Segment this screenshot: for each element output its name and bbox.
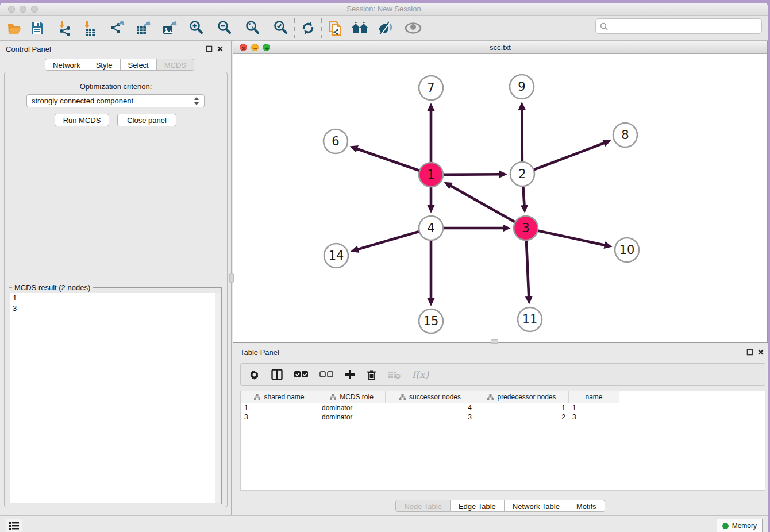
home-networks-icon[interactable] [351, 18, 370, 38]
graph-edge-3-11[interactable] [526, 239, 529, 298]
run-mcds-button[interactable]: Run MCDS [55, 114, 109, 126]
graph-edge-2-3[interactable] [523, 185, 524, 207]
column-header-label: predecessor nodes [497, 393, 556, 401]
control-panel-title: Control Panel [6, 45, 51, 53]
refresh-layout-icon[interactable] [298, 18, 318, 38]
close-panel-button[interactable]: Close panel [117, 114, 176, 126]
window-titlebar: Session: New Session [0, 3, 768, 16]
edge-arrowhead [428, 205, 435, 213]
tab-mcds[interactable]: MCDS [157, 59, 194, 71]
optimization-criterion-label: Optimization criterion: [5, 82, 227, 91]
column-header-successor-nodes[interactable]: successor nodes [386, 391, 475, 403]
column-hierarchy-icon [330, 394, 336, 400]
control-panel: Control Panel NetworkStyleSelectMCDS Opt… [0, 41, 232, 515]
delete-column-icon[interactable] [367, 369, 376, 380]
column-header-label: MCDS role [340, 393, 374, 401]
criterion-value: strongly connected component [32, 97, 194, 105]
settings-gear-icon[interactable] [249, 369, 260, 380]
edge-arrowhead [604, 241, 613, 249]
copy-network-icon[interactable] [325, 18, 345, 38]
graph-edge-4-14[interactable] [357, 231, 421, 249]
edge-arrowhead [499, 171, 507, 178]
run-mcds-label: Run MCDS [63, 116, 101, 125]
table-row[interactable]: 3dominator323 [241, 413, 765, 422]
import-network-icon[interactable] [55, 18, 74, 38]
column-header-predecessor-nodes[interactable]: predecessor nodes [475, 391, 569, 403]
column-header-name[interactable]: name [569, 391, 619, 403]
node-label-11: 11 [522, 313, 538, 326]
import-table-icon[interactable] [80, 18, 99, 38]
table-panel: Table Panel f(x) [233, 343, 768, 515]
tab-network[interactable]: Network [45, 59, 88, 71]
column-hierarchy-icon [399, 394, 406, 400]
deselect-all-checkboxes-icon[interactable] [319, 371, 333, 378]
toolbar-separator [294, 18, 295, 38]
zoom-out-icon[interactable] [215, 18, 234, 38]
tab-motifs[interactable]: Motifs [568, 500, 605, 512]
close-panel-icon[interactable] [217, 45, 224, 52]
save-icon[interactable] [28, 18, 47, 38]
search-input[interactable] [611, 21, 761, 32]
add-column-icon[interactable] [345, 369, 355, 380]
node-label-6: 6 [332, 134, 339, 148]
status-bar: Memory [0, 515, 768, 532]
memory-button[interactable]: Memory [717, 519, 763, 532]
window-title: Session: New Session [0, 5, 768, 13]
mcds-panel: Optimization criterion: strongly connect… [4, 72, 228, 507]
column-header-MCDS-role[interactable]: MCDS role [318, 391, 386, 403]
node-label-10: 10 [619, 243, 635, 257]
export-network-icon[interactable] [107, 18, 126, 38]
table-row[interactable]: 1dominator411 [241, 403, 765, 413]
result-scrollbar[interactable] [215, 293, 221, 503]
criterion-dropdown[interactable]: strongly connected component [26, 94, 205, 107]
panel-splitter-handle[interactable] [229, 273, 234, 283]
result-line: 3 [10, 303, 221, 314]
edge-arrowhead [521, 205, 528, 213]
node-label-14: 14 [329, 249, 344, 263]
graph-edge-1-6[interactable] [356, 148, 421, 171]
toolbar-separator [51, 18, 51, 38]
memory-status-dot [722, 523, 729, 529]
tab-network-table[interactable]: Network Table [505, 500, 568, 512]
tab-style[interactable]: Style [88, 59, 121, 71]
split-columns-icon[interactable] [271, 369, 283, 380]
zoom-fit-icon[interactable] [243, 18, 263, 38]
zoom-selected-icon[interactable] [271, 18, 291, 38]
column-hierarchy-icon [254, 394, 260, 400]
close-table-panel-icon[interactable] [757, 349, 764, 356]
open-folder-icon[interactable] [5, 18, 24, 38]
show-eye-icon[interactable] [403, 18, 423, 38]
tab-edge-table[interactable]: Edge Table [451, 500, 505, 512]
hide-style-icon[interactable] [376, 18, 395, 38]
tab-select[interactable]: Select [121, 59, 157, 71]
network-graph-canvas[interactable]: 7968124314101511 [233, 54, 767, 342]
table-header-row: shared nameMCDS rolesuccessor nodesprede… [241, 391, 765, 403]
graph-edge-1-2[interactable] [442, 174, 501, 175]
zoom-in-icon[interactable] [187, 18, 206, 38]
close-panel-label: Close panel [127, 116, 167, 125]
status-list-button[interactable] [6, 519, 22, 532]
global-search-field[interactable] [595, 18, 762, 34]
export-image-icon[interactable] [160, 18, 179, 38]
table-splitter-handle[interactable] [491, 339, 498, 344]
export-table-icon[interactable] [133, 18, 153, 38]
graph-edge-2-8[interactable] [533, 142, 606, 170]
graph-edge-3-10[interactable] [537, 230, 606, 245]
toolbar-separator [183, 18, 183, 38]
float-table-panel-icon[interactable] [746, 349, 753, 356]
node-label-7: 7 [427, 81, 434, 95]
node-label-3: 3 [522, 221, 529, 235]
graph-edge-2-9[interactable] [522, 108, 522, 163]
graph-edge-3-1[interactable] [449, 185, 516, 223]
tab-node-table[interactable]: Node Table [395, 500, 451, 512]
float-panel-icon[interactable] [206, 45, 213, 52]
network-window-title: scc.txt [233, 43, 767, 52]
mcds-result-textarea[interactable]: 1 3 [10, 293, 221, 503]
control-panel-tabs: NetworkStyleSelectMCDS [45, 59, 194, 71]
column-header-label: shared name [264, 393, 304, 401]
select-all-checkboxes-icon[interactable] [294, 371, 308, 378]
node-label-4: 4 [427, 221, 434, 235]
delete-table-icon [388, 371, 401, 379]
memory-label: Memory [732, 522, 757, 530]
column-header-shared-name[interactable]: shared name [241, 391, 318, 403]
